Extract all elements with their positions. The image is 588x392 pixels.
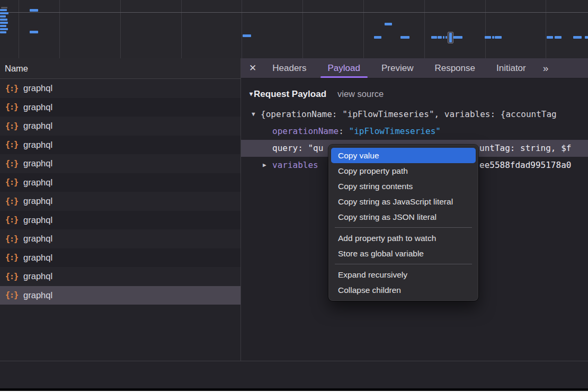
close-icon[interactable]: ✕: [241, 58, 262, 78]
request-row[interactable]: {:}graphql: [0, 267, 240, 286]
status-bar: [0, 361, 588, 388]
request-name: graphql: [23, 234, 52, 244]
section-collapse-icon[interactable]: ▾: [250, 90, 253, 97]
network-activity-bar: [0, 19, 7, 21]
more-tabs-icon[interactable]: »: [537, 63, 554, 74]
request-name: graphql: [23, 121, 52, 131]
request-name: graphql: [23, 158, 52, 168]
request-row[interactable]: {:}graphql: [0, 154, 240, 173]
network-activity-bar: [30, 31, 38, 33]
request-row[interactable]: {:}graphql: [0, 173, 240, 192]
request-name: graphql: [23, 253, 52, 263]
tab-payload[interactable]: Payload: [317, 58, 371, 78]
request-name: graphql: [23, 140, 52, 150]
request-name: graphql: [23, 102, 52, 112]
network-activity-bar: [0, 12, 8, 14]
network-activity-bar: [573, 36, 582, 39]
json-icon: {:}: [5, 197, 18, 206]
network-activity-bar: [555, 36, 562, 39]
tab-response[interactable]: Response: [424, 58, 486, 78]
network-activity-bar: [400, 36, 409, 39]
menu-item[interactable]: Copy property path: [331, 163, 476, 179]
request-row[interactable]: {:}graphql: [0, 117, 240, 136]
view-source-link[interactable]: view source: [337, 89, 384, 99]
tree-text-segment: {operationName: "ipFlowTimeseries", vari…: [261, 109, 557, 119]
tree-text-right-of-menu: ee5588fdad995178a0: [479, 157, 571, 174]
network-activity-bar: [1, 7, 7, 8]
request-name: graphql: [23, 215, 52, 225]
tab-headers[interactable]: Headers: [262, 58, 317, 78]
tree-text-right-of-menu: untTag: string, $f: [479, 140, 571, 157]
menu-separator: [335, 264, 472, 264]
network-activity-bar: [492, 36, 494, 39]
request-row[interactable]: {:}graphql: [0, 98, 240, 117]
json-icon: {:}: [5, 140, 18, 149]
tab-initiator[interactable]: Initiator: [486, 58, 537, 78]
payload-tree-row[interactable]: operationName: "ipFlowTimeseries": [241, 123, 588, 140]
network-activity-bar: [453, 36, 462, 39]
detail-tab-bar: ✕ HeadersPayloadPreviewResponseInitiator…: [241, 58, 588, 78]
json-icon: {:}: [5, 272, 18, 281]
network-overview[interactable]: [0, 0, 588, 59]
request-row[interactable]: {:}graphql: [0, 192, 240, 211]
detail-tabs: HeadersPayloadPreviewResponseInitiator: [262, 58, 536, 78]
network-activity-bar: [431, 36, 437, 39]
name-column-header[interactable]: Name: [0, 58, 240, 79]
network-activity-bar: [385, 23, 392, 25]
request-name: graphql: [23, 290, 52, 300]
network-activity-bar: [547, 36, 553, 39]
overview-lane-divider: [0, 12, 588, 13]
tree-expand-icon[interactable]: ▼: [252, 106, 255, 123]
request-row[interactable]: {:}graphql: [0, 248, 240, 268]
menu-item[interactable]: Store as global variable: [331, 246, 476, 261]
network-activity-bar: [485, 36, 491, 39]
request-row[interactable]: {:}graphql: [0, 79, 240, 98]
menu-separator: [335, 227, 472, 228]
section-title: Request Payload: [254, 89, 326, 99]
network-activity-bar: [0, 31, 6, 33]
menu-item[interactable]: Copy string as JSON literal: [331, 209, 476, 225]
network-activity-bar: [495, 36, 502, 39]
menu-item[interactable]: Collapse children: [331, 282, 476, 298]
menu-item[interactable]: Copy string contents: [331, 179, 476, 194]
json-icon: {:}: [5, 102, 18, 112]
network-activity-bar: [0, 9, 7, 11]
json-icon: {:}: [5, 84, 18, 93]
network-activity-bar: [0, 22, 8, 24]
overview-selection-marker: [448, 32, 453, 43]
json-icon: {:}: [5, 121, 18, 131]
request-row[interactable]: {:}graphql: [0, 286, 240, 305]
json-icon: {:}: [5, 253, 18, 262]
network-activity-bar: [0, 15, 6, 17]
json-icon: {:}: [5, 177, 18, 187]
json-icon: {:}: [5, 159, 18, 168]
request-name: graphql: [23, 196, 52, 206]
tab-preview[interactable]: Preview: [371, 58, 424, 78]
menu-item[interactable]: Add property path to watch: [331, 230, 476, 246]
json-icon: {:}: [5, 290, 18, 300]
network-activity-bar: [446, 36, 447, 39]
request-row[interactable]: {:}graphql: [0, 136, 240, 155]
devtools-network-panel: Name {:}graphql{:}graphql{:}graphql{:}gr…: [0, 0, 588, 392]
menu-item[interactable]: Copy value: [331, 148, 476, 163]
request-list-body: {:}graphql{:}graphql{:}graphql{:}graphql…: [0, 79, 240, 305]
network-activity-bar: [438, 36, 442, 39]
network-activity-bar: [443, 36, 444, 39]
tree-expand-icon[interactable]: ▶: [263, 157, 266, 174]
tree-text-segment: "ipFlowTimeseries": [349, 126, 441, 136]
request-name: graphql: [23, 271, 52, 281]
network-activity-bar: [243, 34, 251, 37]
request-row[interactable]: {:}graphql: [0, 229, 240, 248]
request-payload-section-header[interactable]: ▾Request Payloadview source: [250, 89, 384, 100]
context-menu: Copy valueCopy property pathCopy string …: [328, 145, 478, 301]
tree-text-segment: variables: [272, 160, 318, 170]
tree-text-segment: query: "qu: [272, 143, 323, 153]
network-activity-bar: [30, 9, 38, 12]
request-row[interactable]: {:}graphql: [0, 211, 240, 230]
request-name: graphql: [23, 83, 52, 93]
payload-tree-row[interactable]: ▼{operationName: "ipFlowTimeseries", var…: [241, 106, 588, 123]
menu-item[interactable]: Copy string as JavaScript literal: [331, 194, 476, 209]
network-activity-bar: [374, 36, 381, 39]
request-name: graphql: [23, 177, 52, 188]
menu-item[interactable]: Expand recursively: [331, 267, 476, 282]
